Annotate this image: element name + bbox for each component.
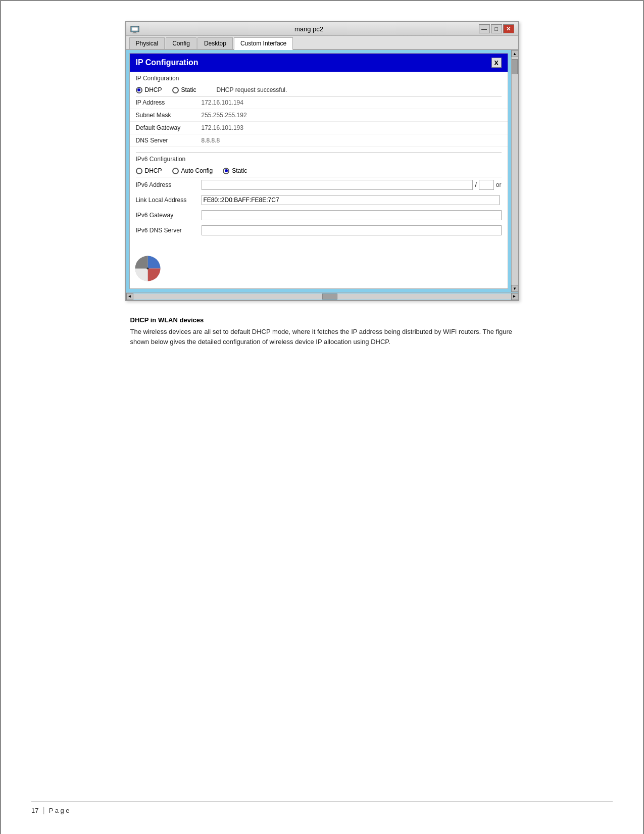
window-controls: — □ ✕	[479, 24, 514, 33]
tab-desktop[interactable]: Desktop	[197, 37, 233, 49]
dhcp-message: DHCP request successful.	[217, 86, 287, 93]
footer-divider-symbol: |	[42, 806, 44, 815]
ipv6-auto-radio[interactable]: Auto Config	[172, 167, 213, 174]
ip-address-row: IP Address 172.16.101.194	[130, 96, 508, 109]
ipv6-auto-circle[interactable]	[172, 168, 179, 174]
ipv6-address-input-container: /	[202, 180, 494, 190]
subnet-mask-value: 255.255.255.192	[202, 112, 502, 119]
dns-server-value: 8.8.8.8	[202, 137, 502, 144]
cisco-window: mang pc2 — □ ✕ Physical Config Desktop C…	[125, 21, 519, 301]
scroll-h-track	[133, 293, 511, 300]
ipv6-dns-label: IPv6 DNS Server	[136, 227, 202, 234]
svg-point-5	[146, 267, 148, 269]
minimize-button[interactable]: —	[479, 24, 490, 33]
ipv6-auto-label: Auto Config	[181, 167, 213, 174]
ipv6-gateway-row: IPv6 Gateway	[130, 208, 508, 223]
ipv6-gateway-label: IPv6 Gateway	[136, 212, 202, 219]
ipv6-address-input[interactable]	[202, 180, 473, 190]
ipv6-static-circle[interactable]	[223, 168, 229, 174]
scroll-up-arrow[interactable]: ▲	[511, 50, 518, 57]
ipv6-prefix-input[interactable]	[479, 180, 494, 190]
svg-rect-1	[132, 27, 138, 31]
page-label: P a g e	[49, 807, 70, 814]
tab-config[interactable]: Config	[166, 37, 196, 49]
static-label: Static	[181, 86, 196, 93]
horizontal-scrollbar[interactable]: ◄ ►	[126, 292, 518, 300]
ip-config-close-button[interactable]: X	[491, 58, 502, 68]
section-body: The wireless devices are all set to defa…	[130, 327, 514, 347]
footer: 17 | P a g e	[31, 801, 613, 815]
scroll-track	[512, 57, 518, 285]
ipv6-static-label: Static	[232, 167, 247, 174]
scroll-right-arrow[interactable]: ►	[511, 293, 518, 300]
dhcp-label: DHCP	[145, 86, 162, 93]
text-content: DHCP in WLAN devices The wireless device…	[125, 316, 519, 347]
ipv6-dns-row: IPv6 DNS Server	[130, 223, 508, 238]
dns-server-label: DNS Server	[136, 137, 202, 144]
title-bar: mang pc2 — □ ✕	[126, 22, 518, 36]
ipv6-prefix-slash: /	[475, 181, 476, 188]
vertical-scrollbar[interactable]: ▲ ▼	[511, 50, 518, 292]
ipv6-gateway-input[interactable]	[202, 210, 502, 220]
section-heading: DHCP in WLAN devices	[130, 316, 514, 324]
ipv6-mode-row: DHCP Auto Config Static	[130, 165, 508, 177]
ipv6-dhcp-circle[interactable]	[136, 168, 142, 174]
ipv6-address-label: IPv6 Address	[136, 181, 202, 188]
dns-server-row: DNS Server 8.8.8.8	[130, 134, 508, 147]
cisco-icon-area	[130, 248, 508, 288]
or-label: or	[496, 181, 502, 188]
close-button[interactable]: ✕	[503, 24, 514, 33]
link-local-row: Link Local Address	[130, 192, 508, 208]
static-radio-circle[interactable]	[172, 87, 179, 93]
ip-mode-row: DHCP Static DHCP request successful.	[130, 84, 508, 96]
default-gateway-row: Default Gateway 172.16.101.193	[130, 122, 508, 134]
default-gateway-value: 172.16.101.193	[202, 124, 502, 131]
window-icon	[130, 24, 139, 33]
ipv6-dns-input[interactable]	[202, 225, 502, 235]
ip-address-value: 172.16.101.194	[202, 99, 502, 106]
ipv6-dhcp-label: DHCP	[145, 167, 162, 174]
subnet-mask-row: Subnet Mask 255.255.255.192	[130, 109, 508, 122]
scroll-down-arrow[interactable]: ▼	[511, 285, 518, 292]
link-local-label: Link Local Address	[136, 197, 202, 204]
tab-bar: Physical Config Desktop Custom Interface	[126, 36, 518, 50]
ip-address-label: IP Address	[136, 99, 202, 106]
tab-custom-interface[interactable]: Custom Interface	[234, 37, 293, 50]
dhcp-radio[interactable]: DHCP	[136, 86, 162, 93]
link-local-input[interactable]	[202, 195, 500, 205]
static-radio[interactable]: Static	[172, 86, 196, 93]
spacer-1	[130, 147, 508, 152]
ipv6-dhcp-radio[interactable]: DHCP	[136, 167, 162, 174]
svg-rect-2	[133, 32, 136, 33]
footer-page: 17 | P a g e	[31, 806, 613, 815]
cisco-pie-icon	[134, 255, 162, 282]
spacer-2	[130, 238, 508, 248]
window-content: IP Configuration X IP Configuration DHCP…	[126, 50, 518, 292]
dhcp-radio-circle[interactable]	[136, 87, 142, 93]
ip-config-title: IP Configuration	[136, 58, 199, 67]
window-title: mang pc2	[139, 25, 479, 33]
scroll-thumb[interactable]	[512, 59, 518, 74]
page-number: 17	[31, 807, 38, 814]
ipv6-section-label: IPv6 Configuration	[130, 153, 508, 165]
svg-rect-3	[132, 33, 137, 33]
ip-config-header: IP Configuration X	[130, 54, 508, 72]
ipv6-static-radio[interactable]: Static	[223, 167, 247, 174]
ipv6-address-row: IPv6 Address / or	[130, 177, 508, 192]
scroll-left-arrow[interactable]: ◄	[126, 293, 133, 300]
scroll-h-thumb[interactable]	[322, 293, 337, 300]
ip-config-panel: IP Configuration X IP Configuration DHCP…	[129, 53, 508, 289]
section-label-ip: IP Configuration	[130, 72, 508, 84]
maximize-button[interactable]: □	[491, 24, 502, 33]
default-gateway-label: Default Gateway	[136, 124, 202, 131]
tab-physical[interactable]: Physical	[129, 37, 165, 49]
subnet-mask-label: Subnet Mask	[136, 112, 202, 119]
